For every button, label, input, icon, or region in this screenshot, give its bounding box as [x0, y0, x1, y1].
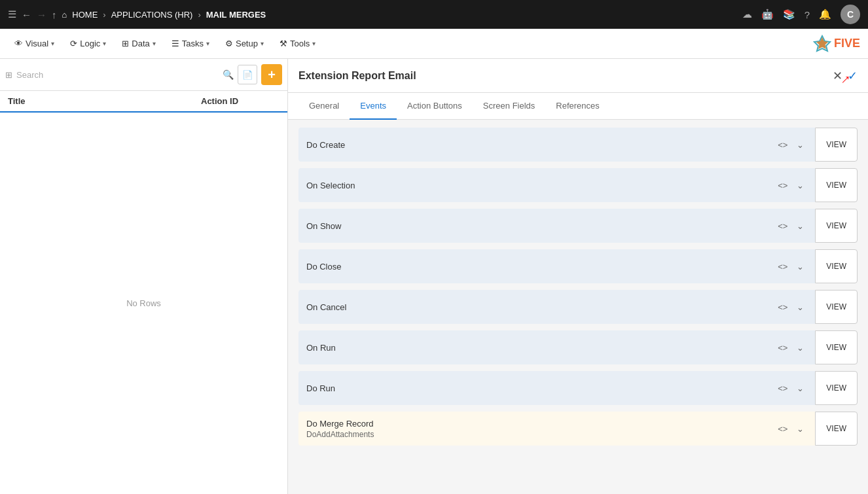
- event-expand-button-do-run[interactable]: ⌄: [793, 381, 807, 395]
- form-header-actions: ✕ ✓: [833, 69, 858, 83]
- tab-events[interactable]: Events: [350, 93, 397, 120]
- help-icon[interactable]: ?: [805, 9, 810, 20]
- event-row: Do Create<>⌄VIEW: [298, 128, 858, 162]
- event-view-button-do-close[interactable]: VIEW: [815, 249, 858, 283]
- event-code-button-do-close[interactable]: <>: [774, 260, 791, 273]
- close-button[interactable]: ✕: [833, 69, 842, 83]
- event-view-button-do-run[interactable]: VIEW: [815, 371, 858, 405]
- breadcrumb-applications[interactable]: APPLICATIONS (HR): [111, 10, 193, 20]
- filter-icon: ⊞: [5, 70, 12, 80]
- breadcrumb-home[interactable]: HOME: [72, 10, 98, 20]
- search-bar: ⊞ 🔍 📄 +: [0, 59, 287, 91]
- event-card-actions-do-close: <>⌄: [774, 260, 807, 273]
- books-icon[interactable]: 📚: [783, 9, 795, 20]
- user-avatar[interactable]: C: [841, 5, 860, 24]
- event-expand-button-do-create[interactable]: ⌄: [793, 138, 807, 152]
- tab-references[interactable]: References: [545, 93, 609, 120]
- event-expand-button-on-show[interactable]: ⌄: [793, 219, 807, 233]
- event-row: On Run<>⌄VIEW: [298, 330, 858, 364]
- menu-data-label: Data: [132, 39, 149, 48]
- event-card-actions-on-show: <>⌄: [774, 219, 807, 233]
- top-nav-bar: ☰ ← → ↑ ⌂ HOME › APPLICATIONS (HR) › MAI…: [0, 0, 868, 29]
- event-code-button-on-show[interactable]: <>: [774, 219, 791, 233]
- menu-visual-label: Visual: [26, 39, 48, 48]
- event-expand-button-on-cancel[interactable]: ⌄: [793, 300, 807, 314]
- menu-visual[interactable]: 👁 Visual ▾: [8, 35, 61, 52]
- home-icon: ⌂: [62, 10, 67, 20]
- event-code-button-on-cancel[interactable]: <>: [774, 300, 791, 314]
- menu-setup[interactable]: ⚙ Setup ▾: [219, 35, 270, 52]
- event-card-do-create: Do Create<>⌄: [298, 128, 815, 162]
- event-row: On Cancel<>⌄VIEW: [298, 290, 858, 324]
- top-nav-left: ☰ ← → ↑ ⌂ HOME › APPLICATIONS (HR) › MAI…: [8, 9, 266, 20]
- event-card-actions-on-run: <>⌄: [774, 341, 807, 355]
- event-expand-button-on-run[interactable]: ⌄: [793, 341, 807, 355]
- events-list: Do Create<>⌄VIEWOn Selection<>⌄VIEWOn Sh…: [288, 120, 868, 494]
- menu-bar-items: 👁 Visual ▾ ⟳ Logic ▾ ⊞ Data ▾ ☰ Tasks ▾ …: [8, 35, 322, 52]
- event-label-do-close: Do Close: [306, 262, 341, 272]
- visual-icon: 👁: [14, 39, 23, 48]
- breadcrumb-mail-merges[interactable]: MAIL MERGES: [206, 10, 266, 20]
- left-panel: ⊞ 🔍 📄 + Title Action ID No Rows: [0, 59, 288, 494]
- event-card-actions-on-cancel: <>⌄: [774, 300, 807, 314]
- up-button[interactable]: ↑: [52, 9, 57, 20]
- event-label-on-show: On Show: [306, 221, 341, 231]
- tasks-icon: ☰: [172, 39, 179, 48]
- event-code-button-do-merge-record[interactable]: <>: [774, 422, 791, 436]
- search-input[interactable]: [16, 70, 219, 80]
- table-header: Title Action ID: [0, 91, 287, 113]
- data-caret: ▾: [153, 40, 156, 47]
- event-card-on-run: On Run<>⌄: [298, 330, 815, 364]
- top-nav-right: ☁ 🤖 📚 ? 🔔 C: [742, 5, 860, 24]
- setup-caret: ▾: [261, 40, 264, 47]
- document-button[interactable]: 📄: [238, 65, 257, 84]
- add-button[interactable]: +: [261, 64, 282, 85]
- event-expand-button-on-selection[interactable]: ⌄: [793, 179, 807, 192]
- back-button[interactable]: ←: [22, 9, 31, 20]
- event-view-button-on-show[interactable]: VIEW: [815, 209, 858, 243]
- cloud-icon[interactable]: ☁: [742, 9, 752, 20]
- event-code-button-do-run[interactable]: <>: [774, 381, 791, 395]
- event-code-button-on-selection[interactable]: <>: [774, 179, 791, 192]
- event-expand-button-do-merge-record[interactable]: ⌄: [793, 422, 807, 436]
- menu-tools-label: Tools: [290, 39, 310, 48]
- breadcrumb: ⌂ HOME › APPLICATIONS (HR) › MAIL MERGES: [62, 10, 266, 20]
- forward-button[interactable]: →: [37, 9, 46, 20]
- event-expand-button-do-close[interactable]: ⌄: [793, 260, 807, 273]
- event-card-do-merge-record: Do Merge RecordDoAddAttachments<>⌄: [298, 412, 815, 446]
- event-view-button-on-selection[interactable]: VIEW: [815, 168, 858, 202]
- menu-tasks[interactable]: ☰ Tasks ▾: [165, 35, 216, 52]
- menu-tools[interactable]: ⚒ Tools ▾: [273, 35, 322, 52]
- tab-screen-fields[interactable]: Screen Fields: [473, 93, 545, 120]
- menu-data[interactable]: ⊞ Data ▾: [115, 35, 162, 52]
- tools-icon: ⚒: [280, 39, 287, 48]
- event-view-button-do-create[interactable]: VIEW: [815, 128, 858, 162]
- event-label-on-cancel: On Cancel: [306, 302, 346, 312]
- event-card-do-close: Do Close<>⌄: [298, 249, 815, 283]
- five-logo-text: FIVE: [834, 37, 860, 50]
- tab-general[interactable]: General: [298, 93, 350, 120]
- breadcrumb-sep-1: ›: [103, 10, 105, 20]
- event-code-button-on-run[interactable]: <>: [774, 341, 791, 355]
- five-logo: FIVE: [813, 35, 860, 53]
- menu-logic[interactable]: ⟳ Logic ▾: [63, 35, 113, 52]
- event-card-on-cancel: On Cancel<>⌄: [298, 290, 815, 324]
- event-view-button-on-run[interactable]: VIEW: [815, 330, 858, 364]
- event-code-button-do-create[interactable]: <>: [774, 138, 791, 152]
- notifications-icon[interactable]: 🔔: [819, 9, 831, 20]
- tabs-bar: General Events Action Buttons Screen Fie…: [288, 93, 868, 120]
- event-card-actions-do-run: <>⌄: [774, 381, 807, 395]
- robot-icon[interactable]: 🤖: [761, 9, 774, 20]
- event-view-button-on-cancel[interactable]: VIEW: [815, 290, 858, 324]
- event-row: On Selection<>⌄VIEW: [298, 168, 858, 202]
- event-label-do-create: Do Create: [306, 140, 345, 150]
- main-area: ⊞ 🔍 📄 + Title Action ID No Rows Extensio…: [0, 59, 868, 494]
- event-view-button-do-merge-record[interactable]: VIEW: [815, 412, 858, 446]
- hamburger-menu-button[interactable]: ☰: [8, 9, 16, 20]
- visual-caret: ▾: [51, 40, 54, 47]
- save-button[interactable]: ✓: [848, 69, 858, 83]
- right-panel: Extension Report Email ✕ ✓ ↑ General Eve…: [288, 59, 868, 494]
- tab-action-buttons[interactable]: Action Buttons: [397, 93, 473, 120]
- event-label-on-selection: On Selection: [306, 181, 355, 190]
- column-title: Title: [8, 96, 201, 106]
